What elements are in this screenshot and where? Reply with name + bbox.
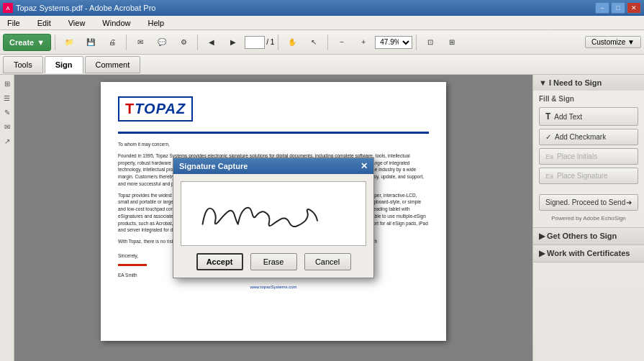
add-checkmark-label: Add Checkmark (555, 133, 606, 141)
select-tool[interactable]: ↖ (304, 32, 324, 52)
right-panel: ▼ I Need to Sign Fill & Sign T Add Text … (532, 75, 644, 361)
i-need-to-sign-header[interactable]: ▼ I Need to Sign (533, 75, 644, 91)
add-checkmark-icon: ✓ (545, 133, 551, 141)
work-with-certs-label: ▶ Work with Certificates (539, 249, 630, 258)
main-area: ⊞ ☰ ✎ ✉ ↗ TTOPAZ To whom it may concern,… (0, 75, 644, 361)
main-toolbar: Create ▼ 📁 💾 🖨 ✉ 💬 ⚙ ◀ ▶ 1 / 1 ✋ ↖ − + 4… (0, 30, 644, 55)
email-button[interactable]: ✉ (130, 32, 150, 52)
page-total: / 1 (266, 38, 274, 46)
hand-tool[interactable]: ✋ (282, 32, 302, 52)
toolbar-separator-6 (416, 35, 417, 50)
open-button[interactable]: 📁 (59, 32, 79, 52)
app-icon: A (3, 3, 13, 13)
menu-file[interactable]: File (3, 17, 24, 29)
menu-bar: File Edit View Window Help (0, 16, 644, 30)
place-signature-button[interactable]: Ea Place Signature (539, 168, 638, 184)
toolbar-separator-4 (278, 35, 278, 50)
echosign-text: Powered by Adobe EchoSign (539, 214, 638, 223)
i-need-to-sign-section: ▼ I Need to Sign Fill & Sign T Add Text … (533, 75, 644, 228)
save-button[interactable]: 💾 (81, 32, 101, 52)
menu-edit[interactable]: Edit (33, 17, 55, 29)
dialog-body: Accept Erase Cancel (173, 174, 373, 278)
prev-page-button[interactable]: ◀ (201, 32, 222, 52)
next-page-button[interactable]: ▶ (223, 32, 243, 52)
place-initials-button[interactable]: Ea Place Initials (539, 148, 638, 165)
document-area: TTOPAZ To whom it may concern, Founded i… (14, 75, 532, 361)
tab-tools[interactable]: Tools (3, 56, 43, 73)
add-text-label: Add Text (554, 113, 582, 121)
signature-capture-dialog: Signature Capture ✕ Accept Erase Cancel (173, 157, 374, 278)
create-label: Create (9, 38, 34, 47)
sidebar-icon-3[interactable]: ✉ (1, 121, 13, 132)
place-signature-icon: Ea (545, 173, 553, 180)
title-bar: A Topaz Systems.pdf - Adobe Acrobat Pro … (0, 0, 644, 16)
arrow-right-icon: ➜ (626, 198, 632, 206)
window-controls: − □ ✕ (595, 2, 641, 14)
toolbar-separator-5 (327, 35, 328, 50)
zoom-in-button[interactable]: + (353, 32, 373, 52)
comment-button[interactable]: 💬 (152, 32, 172, 52)
print-button[interactable]: 🖨 (102, 32, 122, 52)
cancel-button[interactable]: Cancel (304, 253, 351, 270)
sidebar-icon-1[interactable]: ☰ (1, 92, 13, 104)
menu-window[interactable]: Window (98, 17, 135, 29)
zoom-select[interactable]: 47.9% (375, 36, 412, 49)
settings-button[interactable]: ⚙ (173, 32, 194, 52)
menu-help[interactable]: Help (143, 17, 168, 29)
fill-sign-label: Fill & Sign (539, 95, 638, 103)
signed-proceed-label: Signed. Proceed to Send (545, 198, 625, 206)
erase-button[interactable]: Erase (250, 253, 297, 270)
work-with-certs-section: ▶ Work with Certificates (533, 245, 644, 262)
fit-page-button[interactable]: ⊡ (420, 32, 440, 52)
dialog-title-bar: Signature Capture ✕ (173, 158, 373, 174)
add-checkmark-button[interactable]: ✓ Add Checkmark (539, 129, 638, 145)
get-others-label: ▶ Get Others to Sign (539, 232, 617, 241)
dialog-title-text: Signature Capture (179, 162, 248, 170)
sidebar-icon-2[interactable]: ✎ (1, 106, 13, 118)
left-sidebar: ⊞ ☰ ✎ ✉ ↗ (0, 75, 14, 361)
i-need-to-sign-label: ▼ I Need to Sign (539, 78, 602, 87)
maximize-button[interactable]: □ (611, 2, 625, 14)
dialog-overlay: Signature Capture ✕ Accept Erase Cancel (14, 75, 532, 361)
zoom-out-button[interactable]: − (332, 32, 352, 52)
get-others-section: ▶ Get Others to Sign (533, 228, 644, 245)
toolbar-separator-1 (55, 35, 55, 50)
minimize-button[interactable]: − (595, 2, 609, 14)
accept-button[interactable]: Accept (196, 253, 243, 270)
add-text-button[interactable]: T Add Text (539, 107, 638, 126)
create-button[interactable]: Create ▼ (3, 34, 51, 51)
tab-comment[interactable]: Comment (85, 56, 141, 73)
place-initials-label: Place Initials (557, 152, 597, 160)
place-initials-icon: Ea (545, 153, 553, 160)
actual-size-button[interactable]: ⊞ (442, 32, 462, 52)
get-others-header[interactable]: ▶ Get Others to Sign (533, 228, 644, 245)
signature-canvas (181, 181, 366, 246)
place-signature-label: Place Signature (557, 172, 608, 180)
work-with-certs-header[interactable]: ▶ Work with Certificates (533, 245, 644, 262)
customize-button[interactable]: Customize ▼ (585, 36, 641, 48)
sidebar-icon-0[interactable]: ⊞ (1, 78, 13, 89)
toolbar-separator-3 (197, 35, 198, 50)
create-dropdown-icon: ▼ (37, 38, 45, 47)
signature-drawing (181, 182, 366, 245)
close-button[interactable]: ✕ (627, 2, 641, 14)
page-number-input[interactable]: 1 (245, 36, 265, 49)
signed-proceed-button[interactable]: Signed. Proceed to Send ➜ (539, 194, 638, 211)
page-navigation: ◀ ▶ 1 / 1 (201, 32, 274, 52)
dialog-buttons: Accept Erase Cancel (181, 253, 366, 270)
add-text-icon: T (545, 111, 550, 122)
spacer (539, 187, 638, 191)
dialog-close-button[interactable]: ✕ (360, 161, 368, 171)
fill-sign-content: Fill & Sign T Add Text ✓ Add Checkmark E… (533, 91, 644, 227)
toolbar-separator-2 (126, 35, 127, 50)
menu-view[interactable]: View (64, 17, 90, 29)
window-title: Topaz Systems.pdf - Adobe Acrobat Pro (16, 4, 155, 12)
secondary-toolbar: Tools Sign Comment (0, 55, 644, 75)
sidebar-icon-4[interactable]: ↗ (1, 135, 13, 147)
tab-sign[interactable]: Sign (45, 56, 83, 73)
